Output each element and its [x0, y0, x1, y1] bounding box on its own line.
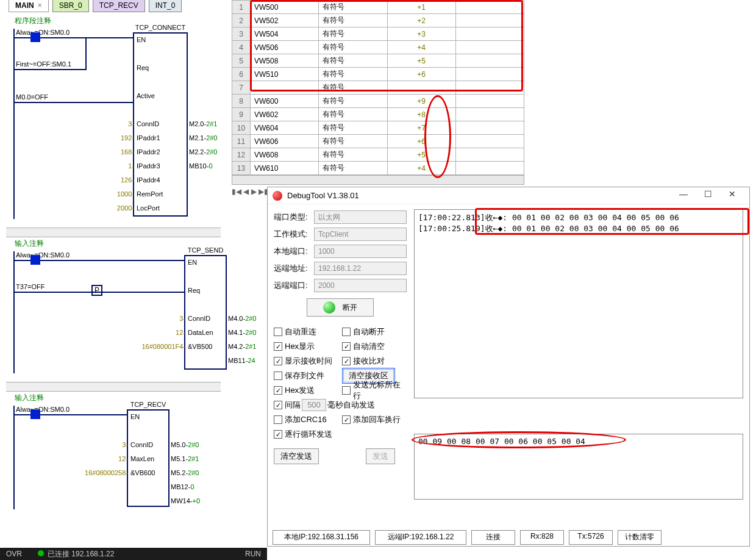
var-type[interactable]: 有符号 — [319, 54, 387, 68]
var-address[interactable]: VW600 — [251, 95, 319, 108]
horizontal-scrollbar[interactable] — [232, 175, 524, 185]
chk-add-crc16[interactable]: 添加CRC16 — [274, 413, 338, 426]
fb-port: IPaddr4126- — [137, 176, 160, 184]
var-value[interactable]: +3 — [387, 27, 455, 41]
chk-rx-compare[interactable]: ✓接收比对 — [342, 354, 407, 368]
interval-input[interactable]: 500 — [302, 399, 326, 411]
table-row[interactable]: 10 VW604 有符号 +7 — [232, 121, 524, 135]
chk-add-crlf[interactable]: ✓添加回车换行 — [342, 413, 407, 426]
port-type-select[interactable]: 以太网 — [314, 210, 407, 224]
minimize-button[interactable]: — — [671, 189, 696, 203]
remote-addr-input[interactable]: 192.168.1.22 — [314, 262, 407, 275]
chk-send-cursor-line[interactable]: 发送光标所在行 — [342, 384, 407, 397]
var-address[interactable]: VW504 — [251, 27, 319, 41]
send-textarea[interactable]: 00 09 00 08 00 07 00 06 00 05 00 04 — [414, 434, 743, 500]
local-port-input[interactable]: 1000 — [314, 245, 407, 258]
var-type[interactable]: 有符号 — [319, 148, 387, 162]
var-type[interactable]: 有符号 — [319, 68, 387, 81]
connection-led-icon — [38, 550, 44, 556]
table-row[interactable]: 1 VW500 有符号 +1 — [232, 1, 524, 14]
send-button[interactable]: 发送 — [366, 448, 395, 464]
table-row[interactable]: 11 VW606 有符号 +6 — [232, 135, 524, 148]
var-type[interactable]: 有符号 — [319, 1, 387, 14]
var-address[interactable]: VW508 — [251, 54, 319, 68]
fb-out-value: MB12-0 — [168, 483, 194, 490]
tab-main[interactable]: MAIN× — [9, 0, 49, 12]
chk-show-rx-time[interactable]: ✓显示接收时间 — [274, 354, 338, 368]
table-row[interactable]: 8 VW600 有符号 +9 — [232, 95, 524, 108]
clear-send-button[interactable]: 清空发送 — [274, 448, 319, 464]
var-address[interactable]: VW506 — [251, 41, 319, 54]
fb-tcp-send[interactable]: TCP_SEND ENReqConnID3-M4.0-2#0DataLen12-… — [184, 255, 227, 370]
var-type[interactable]: 有符号 — [319, 27, 387, 41]
var-type[interactable]: 有符号 — [319, 135, 387, 148]
var-address[interactable]: VW608 — [251, 148, 319, 162]
table-row[interactable]: 2 VW502 有符号 +2 — [232, 14, 524, 27]
chk-loop-send[interactable]: ✓逐行循环发送 — [274, 428, 407, 441]
fb-tcp-connect[interactable]: TCP_CONNECT ENReqActiveConnID3-M2.0-2#1I… — [133, 32, 188, 217]
tab-tcp-recv[interactable]: TCP_RECV — [93, 0, 145, 12]
var-address[interactable] — [251, 81, 319, 95]
var-address[interactable]: VW606 — [251, 135, 319, 148]
table-row[interactable]: 9 VW602 有符号 +8 — [232, 108, 524, 121]
remote-port-input[interactable]: 2000 — [314, 279, 407, 292]
var-address[interactable]: VW602 — [251, 108, 319, 121]
tab-int0[interactable]: INT_0 — [149, 0, 182, 12]
recv-textarea[interactable]: [17:00:22.813]收←◆: 00 01 00 02 00 03 00 … — [414, 209, 743, 398]
fb-port: MaxLen12- — [130, 455, 154, 462]
var-value[interactable]: +1 — [387, 1, 455, 14]
table-row[interactable]: 5 VW508 有符号 +5 — [232, 54, 524, 68]
chk-interval-send[interactable]: ✓间隔500毫秒自动发送 — [274, 398, 407, 412]
maximize-button[interactable]: ☐ — [696, 189, 720, 203]
var-address[interactable]: VW610 — [251, 162, 319, 175]
var-address[interactable]: VW510 — [251, 68, 319, 81]
var-type[interactable]: 有符号 — [319, 14, 387, 27]
chk-auto-disconnect[interactable]: 自动断开 — [342, 325, 407, 339]
chk-hex-send[interactable]: ✓Hex发送 — [274, 384, 338, 397]
var-value[interactable]: +7 — [387, 121, 455, 135]
var-value[interactable]: +6 — [387, 68, 455, 81]
chk-auto-reconnect[interactable]: 自动重连 — [274, 325, 338, 339]
chk-save-to-file[interactable]: 保存到文件 — [274, 369, 338, 382]
fb-tcp-recv[interactable]: TCP_RECV ENConnID3-M5.0-2#0MaxLen12-M5.1… — [127, 409, 169, 507]
var-value[interactable]: +8 — [387, 108, 455, 121]
var-value[interactable]: +6 — [387, 135, 455, 148]
var-value[interactable]: +4 — [387, 162, 455, 175]
chk-auto-clear[interactable]: ✓自动清空 — [342, 340, 407, 353]
table-row[interactable]: 3 VW504 有符号 +3 — [232, 27, 524, 41]
fb-out-value: M4.2-2#1 — [226, 343, 256, 350]
table-row[interactable]: 7 有符号 — [232, 81, 524, 95]
var-type[interactable]: 有符号 — [319, 41, 387, 54]
var-value[interactable]: +5 — [387, 54, 455, 68]
table-row[interactable]: 4 VW506 有符号 +4 — [232, 41, 524, 54]
var-address[interactable]: VW604 — [251, 121, 319, 135]
var-value[interactable] — [387, 81, 455, 95]
var-value[interactable]: +2 — [387, 14, 455, 27]
var-extra — [455, 27, 524, 41]
table-row[interactable]: 6 VW510 有符号 +6 — [232, 68, 524, 81]
var-address[interactable]: VW500 — [251, 1, 319, 14]
table-row[interactable]: 12 VW608 有符号 +5 — [232, 148, 524, 162]
var-type[interactable]: 有符号 — [319, 95, 387, 108]
connect-button[interactable]: 连接 — [471, 530, 515, 545]
row-number: 7 — [232, 81, 251, 95]
disconnect-button[interactable]: 断开 — [307, 298, 374, 317]
tab-sbr0[interactable]: SBR_0 — [52, 0, 89, 12]
table-row[interactable]: 13 VW610 有符号 +4 — [232, 162, 524, 175]
close-icon[interactable]: × — [38, 1, 42, 10]
chk-hex-display[interactable]: ✓Hex显示 — [274, 340, 338, 353]
close-button[interactable]: ✕ — [720, 189, 744, 203]
var-type[interactable]: 有符号 — [319, 121, 387, 135]
var-type[interactable]: 有符号 — [319, 81, 387, 95]
var-type[interactable]: 有符号 — [319, 162, 387, 175]
fb-port: IPaddr31- — [137, 162, 160, 170]
var-value[interactable]: +4 — [387, 41, 455, 54]
work-mode-select[interactable]: TcpClient — [314, 228, 407, 241]
var-type[interactable]: 有符号 — [319, 108, 387, 121]
send-text: 00 09 00 08 00 07 00 06 00 05 00 04 — [418, 437, 585, 446]
counter-clear-button[interactable]: 计数清零 — [618, 530, 661, 545]
var-address[interactable]: VW502 — [251, 14, 319, 27]
var-value[interactable]: +9 — [387, 95, 455, 108]
contact-label: Alwa~=ON:SM0.0 — [16, 406, 70, 413]
var-value[interactable]: +5 — [387, 148, 455, 162]
